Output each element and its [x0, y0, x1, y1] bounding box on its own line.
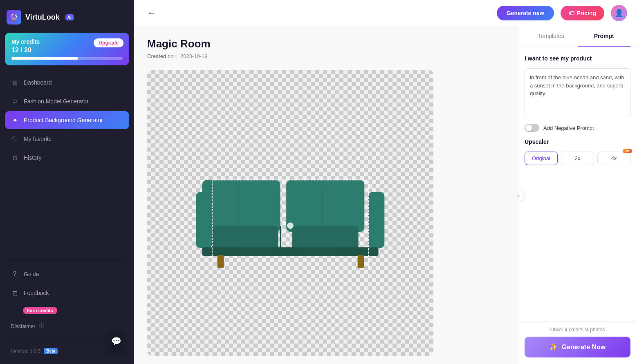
credits-value: 12 / 20: [11, 47, 123, 54]
history-icon: ⊙: [11, 154, 19, 162]
back-button[interactable]: ←: [144, 4, 159, 22]
version-badge: Beta: [44, 348, 58, 354]
disclaimer-row[interactable]: Disclaimer ⓘ: [5, 319, 129, 333]
tab-templates[interactable]: Templates: [525, 26, 578, 47]
sidebar-item-label: Dashboard: [24, 79, 52, 86]
credits-card: My credits 12 / 20 Upgrade: [5, 33, 129, 65]
fashion-icon: ☺: [11, 97, 19, 105]
content-area: Magic Room Created on： 2023-10-19: [134, 26, 637, 364]
sidebar-item-label: Product Background Generator: [24, 117, 103, 123]
sidebar-item-label: Feedback: [24, 290, 49, 296]
sidebar-item-feedback[interactable]: ⊡ Feedback: [5, 284, 129, 302]
sidebar-divider: [5, 260, 129, 260]
negative-prompt-toggle[interactable]: [525, 124, 539, 132]
credits-bar-bg: [11, 57, 123, 60]
sidebar-item-my-favorite[interactable]: ♡ My favorite: [5, 130, 129, 148]
earn-credits-row[interactable]: Earn credits: [5, 303, 129, 318]
feedback-icon: ⊡: [11, 289, 19, 297]
panel-tabs: Templates Prompt: [518, 26, 637, 47]
page-date: Created on： 2023-10-19: [147, 53, 505, 60]
upscaler-2x-button[interactable]: 2x: [561, 152, 594, 165]
favorite-icon: ♡: [11, 135, 19, 143]
topbar: ← Generate new 🏷 Pricing 👤: [134, 0, 637, 26]
sidebar-item-label: My favorite: [24, 136, 52, 142]
svg-rect-4: [212, 226, 278, 250]
app-name: VirtuLook: [25, 13, 60, 22]
pricing-button[interactable]: 🏷 Pricing: [561, 6, 604, 20]
negative-prompt-label: Add Negative Prompt: [543, 125, 594, 131]
sidebar-item-dashboard[interactable]: ⊞ Dashboard: [5, 74, 129, 92]
sidebar: 🔮 VirtuLook AI My credits 12 / 20 Upgrad…: [0, 0, 134, 364]
topbar-right: Generate new 🏷 Pricing 👤: [497, 5, 627, 21]
toggle-row: Add Negative Prompt: [525, 124, 630, 132]
sidebar-item-label: Fashion Model Generator: [24, 98, 89, 105]
sidebar-item-history[interactable]: ⊙ History: [5, 149, 129, 167]
product-image-container: [147, 70, 433, 356]
upscaler-original-button[interactable]: Original: [525, 152, 558, 165]
product-bg-icon: ✦: [11, 116, 19, 124]
sofa-svg: [190, 156, 390, 270]
sidebar-item-guide[interactable]: ? Guide: [5, 265, 129, 283]
svg-rect-0: [202, 180, 280, 232]
generate-now-icon: ✨: [550, 343, 558, 351]
guide-icon: ?: [11, 270, 19, 278]
panel-footer: Once: 4 credits /4 photos ✨ Generate Now: [518, 322, 637, 364]
date-label: Created on：: [147, 53, 179, 59]
sidebar-item-fashion-model[interactable]: ☺ Fashion Model Generator: [5, 92, 129, 110]
version-label: Version: 1.0.5: [11, 348, 40, 354]
svg-rect-8: [358, 255, 364, 268]
page-title: Magic Room: [147, 38, 505, 50]
sidebar-item-product-bg[interactable]: ✦ Product Background Generator: [5, 111, 129, 129]
svg-rect-3: [368, 192, 384, 248]
earn-credits-badge: Earn credits: [23, 307, 57, 314]
pricing-label: Pricing: [577, 10, 596, 16]
logo-icon: 🔮: [7, 10, 21, 25]
upscaler-options: Original 2x 4x VIP: [525, 152, 630, 165]
main-content: ← Generate new 🏷 Pricing 👤 Magic Room Cr…: [134, 0, 637, 364]
svg-rect-6: [202, 247, 378, 256]
upscaler-4x-button[interactable]: 4x VIP: [597, 152, 630, 165]
prompt-section-label: I want to see my product: [525, 55, 630, 62]
app-badge: AI: [65, 14, 74, 20]
chat-bubble[interactable]: 💬: [106, 331, 126, 351]
svg-rect-5: [292, 226, 359, 250]
upscaler-label: Upscaler: [525, 138, 630, 145]
pricing-icon: 🏷: [569, 10, 574, 16]
sidebar-item-label: History: [24, 154, 42, 161]
right-panel: Templates Prompt I want to see my produc…: [518, 26, 637, 364]
generate-new-button[interactable]: Generate new: [497, 6, 554, 20]
svg-point-13: [287, 222, 294, 229]
svg-rect-7: [218, 255, 224, 268]
tab-prompt[interactable]: Prompt: [578, 26, 631, 47]
generate-now-label: Generate Now: [562, 344, 606, 351]
svg-rect-1: [286, 180, 364, 232]
nav-section: ⊞ Dashboard ☺ Fashion Model Generator ✦ …: [5, 74, 129, 255]
prompt-textarea[interactable]: [525, 68, 630, 117]
sidebar-item-label: Guide: [24, 271, 39, 277]
svg-rect-2: [196, 192, 212, 248]
upgrade-button[interactable]: Upgrade: [94, 38, 123, 47]
logo-area: 🔮 VirtuLook AI: [5, 7, 129, 33]
vip-badge: VIP: [623, 149, 632, 153]
credits-info: Once: 4 credits /4 photos: [525, 327, 630, 333]
disclaimer-icon: ⓘ: [39, 322, 44, 330]
generate-now-button[interactable]: ✨ Generate Now: [525, 337, 630, 357]
dashboard-icon: ⊞: [11, 78, 19, 87]
credits-bar-fill: [11, 57, 78, 60]
disclaimer-label: Disclaimer: [11, 323, 36, 329]
user-avatar[interactable]: 👤: [611, 5, 627, 21]
chevron-icon: ›: [518, 192, 519, 199]
toggle-knob: [525, 125, 532, 131]
upscaler-4x-label: 4x: [611, 155, 617, 161]
date-value: 2023-10-19: [180, 53, 208, 59]
panel-body: I want to see my product Add Negative Pr…: [518, 47, 637, 322]
canvas-area: Magic Room Created on： 2023-10-19: [134, 26, 518, 364]
